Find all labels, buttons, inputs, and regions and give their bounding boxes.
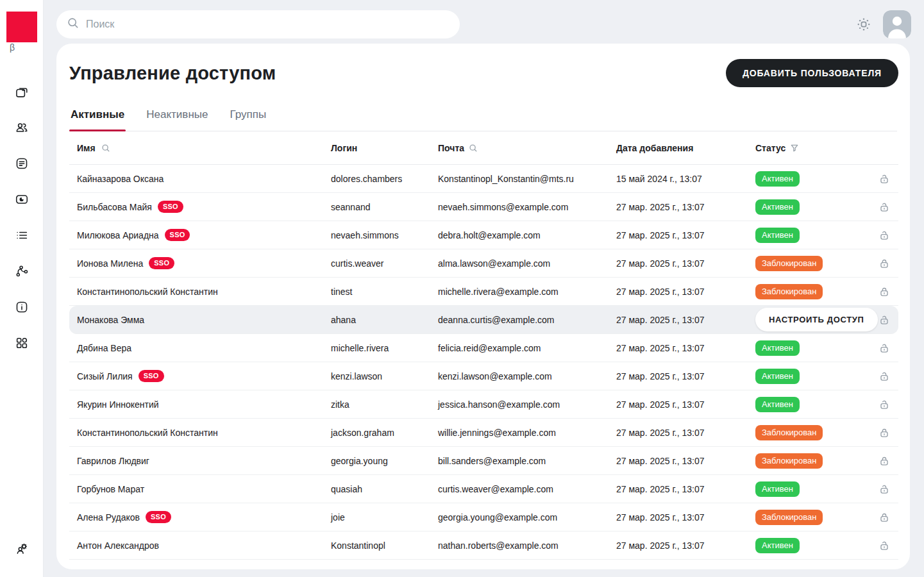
status-badge: Заблокирован [755,284,823,299]
apps-grid-icon [15,336,29,352]
user-email: bill.sanders@example.com [438,456,616,466]
media-night-icon [15,192,29,208]
column-header-name[interactable]: Имя [77,143,331,153]
user-name: Кайназарова Оксана [77,174,164,184]
user-login: seannand [331,202,438,212]
user-email: felicia.reid@example.com [438,343,616,353]
sso-badge: SSO [139,370,164,382]
lock-open-icon[interactable] [878,399,890,410]
table-row[interactable]: Бильбасова Майя SSO seannand nevaeh.simm… [69,193,898,221]
lock-closed-icon[interactable] [878,427,890,439]
lock-open-icon[interactable] [878,173,890,185]
lock-open-icon[interactable] [878,230,890,241]
date-added: 27 мар. 2025 г., 13:07 [616,484,755,494]
table-row[interactable]: Милюкова Ариадна SSO nevaeh.simmons debr… [69,221,898,249]
status-badge: Активен [755,538,800,553]
add-user-button[interactable]: ДОБАВИТЬ ПОЛЬЗОВАТЕЛЯ [726,59,898,87]
brand-logo[interactable] [6,12,37,42]
user-name: Антон Александров [77,540,159,551]
sso-badge: SSO [165,229,190,241]
sidebar-item-info[interactable] [14,300,29,315]
column-header-email[interactable]: Почта [438,143,616,153]
lock-open-icon[interactable] [878,371,890,382]
lock-open-icon[interactable] [878,201,890,213]
status-badge: Активен [755,369,800,384]
date-added: 27 мар. 2025 г., 13:07 [616,428,755,438]
status-badge: Заблокирован [755,256,823,271]
tab-2[interactable]: Группы [228,103,267,131]
table-row[interactable]: Константинопольский Константин jackson.g… [69,419,898,447]
user-login: nevaeh.simmons [331,230,438,240]
tab-1[interactable]: Неактивные [145,103,209,131]
sidebar-item-apps[interactable] [14,336,29,351]
sidebar-item-users[interactable] [14,121,29,136]
users-table: Имя Логин Почта Дата добавления Статус К… [69,131,898,560]
user-settings-icon [15,542,29,558]
table-row[interactable]: Дябина Вера michelle.rivera felicia.reid… [69,334,898,362]
date-added: 27 мар. 2025 г., 13:07 [616,258,755,269]
sidebar-item-list[interactable] [14,228,29,244]
user-email: Konstantinopl_Konstantin@mts.ru [438,174,616,184]
status-badge: Активен [755,199,800,215]
tab-0[interactable]: Активные [69,103,126,131]
sidebar-item-media[interactable] [14,192,29,208]
sidebar-item-projects[interactable] [14,85,29,100]
table-row[interactable]: Ионова Милена SSO curtis.weaver alma.law… [69,249,898,278]
date-added: 27 мар. 2025 г., 13:07 [616,399,755,410]
user-email: curtis.weaver@example.com [438,484,616,494]
date-added: 27 мар. 2025 г., 13:07 [616,202,755,212]
sidebar-item-user-settings[interactable] [14,542,29,557]
lock-open-icon[interactable] [878,483,890,495]
user-login: curtis.weaver [331,258,438,269]
sidebar-item-documents[interactable] [14,156,29,172]
date-added: 27 мар. 2025 г., 13:07 [616,540,755,551]
date-added: 27 мар. 2025 г., 13:07 [616,230,755,240]
status-badge: Активен [755,340,800,356]
lock-closed-icon[interactable] [878,286,890,297]
sidebar: β [0,0,44,577]
user-email: kenzi.lawson@example.com [438,371,616,381]
table-row[interactable]: Горбунов Марат quasiah curtis.weaver@exa… [69,475,898,503]
user-login: dolores.chambers [331,174,438,184]
beta-label: β [10,42,15,53]
table-row[interactable]: Сизый Лилия SSO kenzi.lawson kenzi.lawso… [69,362,898,390]
user-login: michelle.rivera [331,343,438,353]
user-name: Ионова Милена [77,258,143,269]
sidebar-item-flows[interactable] [14,264,29,280]
user-login: kenzi.lawson [331,371,438,381]
configure-access-button[interactable]: НАСТРОИТЬ ДОСТУП [755,308,878,331]
date-added: 27 мар. 2025 г., 13:07 [616,512,755,523]
filter-icon[interactable] [790,144,799,153]
lock-closed-icon[interactable] [878,455,890,467]
table-row[interactable]: Антон Александров Konstantinopl nathan.r… [69,531,898,560]
table-row[interactable]: Монакова Эмма ahana deanna.curtis@exampl… [69,306,898,334]
theme-toggle-button[interactable] [855,16,872,33]
lock-closed-icon[interactable] [878,512,890,523]
table-row[interactable]: Кайназарова Оксана dolores.chambers Kons… [69,165,898,193]
search-icon[interactable] [101,144,110,153]
search-input[interactable] [86,19,460,30]
column-header-date-added[interactable]: Дата добавления [616,143,755,153]
user-name: Константинопольский Константин [77,428,218,438]
profile-avatar[interactable] [883,10,911,38]
lock-open-icon[interactable] [878,314,890,326]
lock-open-icon[interactable] [878,540,890,551]
user-name: Якурин Иннокентий [77,399,159,410]
table-row[interactable]: Гаврилов Людвиг georgia.young bill.sande… [69,447,898,475]
date-added: 27 мар. 2025 г., 13:07 [616,371,755,381]
date-added: 27 мар. 2025 г., 13:07 [616,287,755,297]
search-icon[interactable] [469,144,478,153]
table-row[interactable]: Алена Рудаков SSO joie georgia.young@exa… [69,503,898,531]
user-email: nevaeh.simmons@example.com [438,202,616,212]
table-row[interactable]: Константинопольский Константин tinest mi… [69,278,898,306]
column-header-status[interactable]: Статус [755,143,878,153]
user-login: ahana [331,315,438,325]
lock-closed-icon[interactable] [878,258,890,269]
user-name: Горбунов Марат [77,484,144,494]
column-header-login[interactable]: Логин [331,143,438,153]
projects-folder-icon [15,85,29,101]
table-row[interactable]: Якурин Иннокентий zitka jessica.hanson@e… [69,390,898,419]
status-badge: Активен [755,481,800,497]
lock-open-icon[interactable] [878,342,890,354]
user-email: willie.jennings@example.com [438,428,616,438]
